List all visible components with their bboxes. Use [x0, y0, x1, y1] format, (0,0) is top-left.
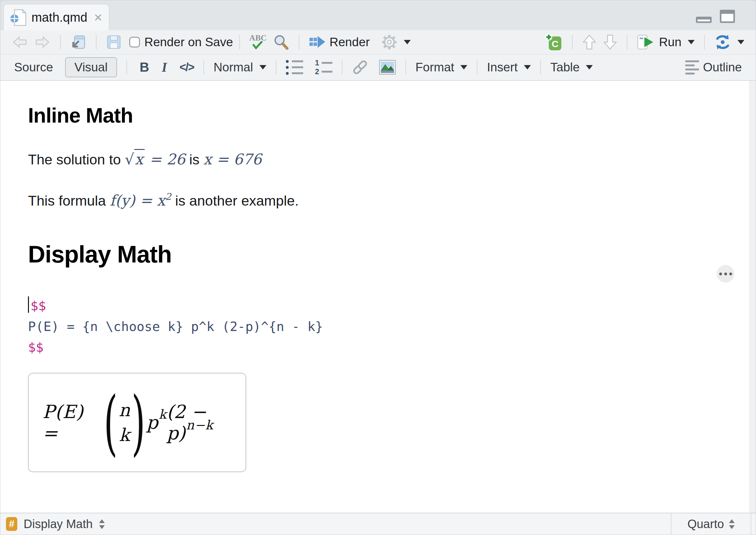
heading-display-math: Display Math	[28, 240, 718, 268]
code-button[interactable]: </>	[176, 59, 197, 76]
editor-tab-bar: math.qmd ✕	[0, 0, 756, 30]
outline-toggle-button[interactable]: Outline	[682, 58, 745, 76]
heading-hash-icon: #	[6, 517, 17, 531]
inline-math-sqrt: √x = 26	[125, 149, 186, 168]
main-toolbar: Render on Save ABC Render	[0, 30, 756, 54]
close-icon[interactable]: ✕	[94, 11, 103, 24]
rstudio-editor-pane: math.qmd ✕	[0, 0, 756, 535]
format-name-label: Quarto	[687, 518, 724, 531]
document-canvas[interactable]: Inline Math The solution to √x = 26 is x…	[0, 81, 756, 513]
rerun-button[interactable]	[711, 32, 747, 52]
svg-text:C: C	[552, 39, 559, 49]
spellcheck-button[interactable]: ABC	[246, 33, 270, 51]
current-section-label: Display Math	[24, 518, 93, 531]
document-format-selector[interactable]: Quarto	[671, 513, 751, 535]
math-preview-box: P(E) = ( nk ) pk (2 − p)n−k	[28, 373, 246, 472]
numbered-list-icon: 1 2	[315, 60, 333, 75]
heading-inline-math: Inline Math	[28, 103, 718, 127]
chunk-down-button[interactable]	[600, 32, 621, 52]
close-paren: )	[131, 394, 145, 452]
link-button[interactable]	[349, 57, 371, 77]
run-button[interactable]: Run	[634, 32, 698, 52]
numbered-list-button[interactable]: 1 2	[312, 58, 335, 77]
outline-location-button[interactable]: # Display Math	[0, 517, 105, 531]
save-button[interactable]	[103, 32, 125, 52]
image-button[interactable]	[376, 58, 399, 77]
paragraph-style-select[interactable]: Normal	[210, 58, 270, 76]
source-mode-button[interactable]: Source	[11, 58, 56, 76]
paragraph-inline-math-1: The solution to √x = 26 is x = 676	[28, 151, 718, 168]
inline-math-formula: f(y) = x2	[110, 192, 171, 209]
insert-chunk-button[interactable]: C	[542, 31, 566, 53]
status-bar: # Display Math Quarto	[0, 513, 756, 535]
math-source-block[interactable]: $$ P(E) = {n \choose k} p^k (2-p)^{n - k…	[28, 296, 718, 358]
section-stepper-icon	[99, 519, 105, 529]
minimize-icon[interactable]	[696, 17, 712, 23]
rendered-equation: P(E) = ( nk ) pk (2 − p)n−k	[43, 394, 246, 452]
text-cursor	[28, 296, 29, 313]
insert-menu[interactable]: Insert	[484, 58, 534, 76]
open-in-new-window-button[interactable]	[67, 32, 90, 52]
ellipsis-icon	[719, 272, 722, 275]
format-menu[interactable]: Format	[412, 58, 471, 76]
scrollbar-gutter[interactable]	[749, 81, 756, 513]
tab-title: math.qmd	[31, 10, 87, 24]
search-icon[interactable]	[270, 32, 292, 52]
render-on-save-checkbox[interactable]	[129, 37, 140, 47]
paragraph-inline-math-2: This formula f(y) = x2 is another exampl…	[28, 191, 718, 209]
italic-button[interactable]: I	[159, 58, 170, 77]
render-on-save-label: Render on Save	[144, 35, 233, 49]
quarto-file-icon	[10, 9, 27, 27]
visual-mode-button[interactable]: Visual	[65, 57, 117, 77]
open-paren: (	[104, 394, 118, 452]
bold-button[interactable]: B	[136, 58, 152, 77]
forward-button[interactable]	[31, 33, 54, 51]
more-options-button[interactable]	[717, 265, 734, 283]
table-menu[interactable]: Table	[547, 58, 596, 76]
inline-math-result: x = 676	[203, 151, 262, 168]
maximize-icon[interactable]	[720, 10, 735, 23]
back-button[interactable]	[9, 33, 31, 51]
bullet-list-button[interactable]	[283, 58, 306, 77]
render-options-button[interactable]	[378, 32, 414, 52]
bullet-list-icon	[286, 60, 303, 75]
format-stepper-icon	[729, 519, 735, 529]
outline-icon	[685, 60, 699, 74]
format-toolbar: Source Visual B I </> Normal 1 2	[0, 54, 756, 81]
chunk-up-button[interactable]	[579, 32, 600, 52]
tab-math-qmd[interactable]: math.qmd ✕	[3, 4, 109, 31]
render-button[interactable]: Render	[306, 33, 373, 51]
